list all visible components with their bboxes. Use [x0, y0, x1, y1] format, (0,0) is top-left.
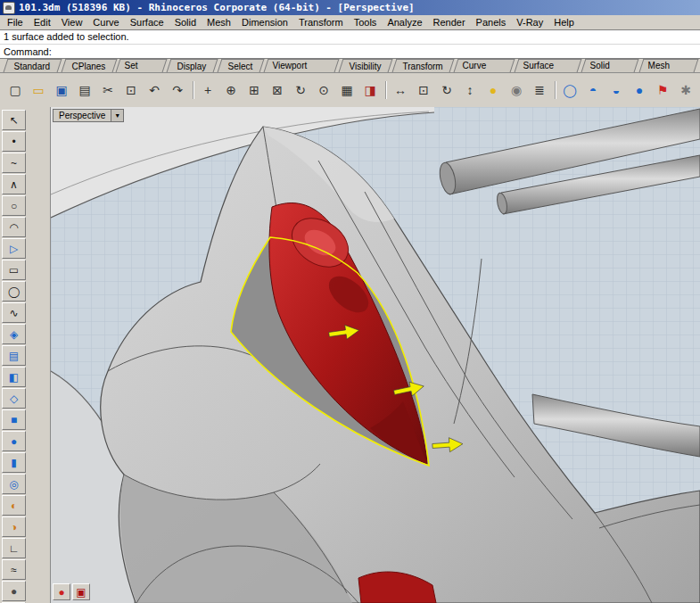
tab-visibility[interactable]: Visibility: [339, 59, 393, 72]
command-input[interactable]: [55, 45, 700, 57]
menu-view[interactable]: View: [56, 16, 88, 29]
save-file-button[interactable]: ▣: [50, 78, 73, 102]
tab-display[interactable]: Display: [167, 59, 218, 72]
app-icon[interactable]: [3, 2, 15, 14]
tab-surface-tools[interactable]: Surface Tools: [515, 59, 582, 72]
ellipse-button[interactable]: ◯: [2, 281, 26, 302]
menu-transform[interactable]: Transform: [293, 16, 349, 29]
menu-file[interactable]: File: [2, 16, 29, 29]
tab-standard[interactable]: Standard: [4, 59, 62, 72]
menu-solid[interactable]: Solid: [169, 16, 202, 29]
boolean-difference-button[interactable]: ◑: [2, 516, 26, 537]
toolbar-separator-2-button[interactable]: [382, 79, 389, 101]
tab-standard-label: Standard: [14, 61, 51, 73]
tube-solid-button[interactable]: ◎: [2, 474, 26, 494]
shaded-sphere-button[interactable]: ●: [2, 581, 26, 601]
pan-view-button[interactable]: +: [196, 78, 219, 102]
menu-panels[interactable]: Panels: [471, 16, 512, 29]
tab-viewport-layout[interactable]: Viewport Layout: [264, 59, 340, 72]
toolbar-separator-1-button[interactable]: [189, 79, 196, 101]
copy-clipboard-button[interactable]: ⊡: [119, 78, 143, 102]
menu-edit[interactable]: Edit: [29, 16, 56, 29]
tab-transform-label: Transform: [403, 61, 443, 73]
menu-help[interactable]: Help: [548, 16, 580, 29]
vray-icon-1-button[interactable]: ●: [53, 583, 70, 600]
tab-solid-tools[interactable]: Solid Tools: [581, 59, 639, 72]
title-bar[interactable]: 101.3dm (518396 KB) - Rhinoceros Corpora…: [0, 0, 700, 15]
vray-icon-2-button[interactable]: ▣: [72, 583, 90, 600]
render-circle-3-button[interactable]: ◒: [605, 78, 628, 102]
fillet-edge-button[interactable]: ∟: [2, 538, 26, 558]
boolean-union-button[interactable]: ◐: [2, 495, 26, 516]
viewport-layout-button[interactable]: ▦: [335, 78, 358, 102]
extrude-surface-button[interactable]: ◧: [2, 367, 26, 387]
new-file-icon: ▢: [9, 84, 21, 96]
menu-tools[interactable]: Tools: [349, 16, 383, 29]
perspective-viewport[interactable]: Perspective ▼: [51, 107, 700, 603]
freeform-curve-button[interactable]: ∿: [2, 302, 26, 323]
cone-button[interactable]: ▷: [2, 238, 26, 259]
tab-cplanes[interactable]: CPlanes: [61, 59, 117, 72]
zoom-window-icon: ⊞: [249, 84, 259, 96]
tab-set-view[interactable]: Set View: [116, 59, 168, 72]
menu-render[interactable]: Render: [428, 16, 471, 29]
rotate-view-button[interactable]: ↻: [289, 78, 312, 102]
menu-analyze[interactable]: Analyze: [382, 16, 427, 29]
cut-button[interactable]: ✂: [96, 78, 119, 102]
lamp-button[interactable]: ●: [482, 78, 505, 102]
zoom-window-button[interactable]: ⊞: [243, 78, 266, 102]
blend-surface-button[interactable]: ≈: [2, 559, 26, 580]
cylinder-solid-button[interactable]: ▮: [2, 452, 26, 473]
sweep-surface-button[interactable]: ◇: [2, 388, 26, 409]
scale-object-button[interactable]: ↕: [458, 78, 482, 102]
viewport-canvas[interactable]: [51, 107, 700, 603]
viewport-menu-dropdown-icon[interactable]: ▼: [111, 110, 123, 121]
settings-button[interactable]: ✱: [674, 78, 697, 102]
circle-button[interactable]: ○: [2, 195, 26, 216]
render-circle-2-button[interactable]: ◓: [581, 78, 605, 102]
sphere-solid-button[interactable]: ●: [2, 431, 26, 451]
menu-v-ray[interactable]: V-Ray: [511, 16, 548, 29]
menu-mesh[interactable]: Mesh: [202, 16, 236, 29]
print-button[interactable]: ▤: [73, 78, 96, 102]
toolbar-separator-3-button[interactable]: [551, 79, 558, 101]
loft-surface-button[interactable]: ▤: [2, 345, 26, 366]
arc-button[interactable]: ◠: [2, 217, 26, 237]
zoom-selected-button[interactable]: ⊙: [312, 78, 335, 102]
tab-select[interactable]: Select: [218, 59, 265, 72]
layers-button[interactable]: ≣: [528, 78, 551, 102]
new-file-button[interactable]: ▢: [4, 78, 27, 102]
tab-transform[interactable]: Transform: [392, 59, 455, 72]
tab-mesh-tools[interactable]: Mesh Tools: [638, 59, 698, 72]
box-solid-button[interactable]: ■: [2, 409, 26, 430]
viewport-title[interactable]: Perspective ▼: [53, 109, 124, 122]
rectangle-button[interactable]: ▭: [2, 260, 26, 280]
zoom-dynamic-icon: ⊕: [226, 84, 236, 96]
zoom-extents-button[interactable]: ⊠: [266, 78, 289, 102]
zoom-dynamic-button[interactable]: ⊕: [219, 78, 243, 102]
render-sphere-button[interactable]: ●: [628, 78, 651, 102]
surface-from-curves-button[interactable]: ◈: [2, 324, 26, 344]
redo-button[interactable]: ↷: [166, 78, 189, 102]
point-button[interactable]: •: [2, 131, 26, 152]
render-circle-1-button[interactable]: ◯: [558, 78, 581, 102]
rotate-view-icon: ↻: [295, 84, 306, 96]
command-prompt-label: Command:: [4, 46, 52, 57]
print-icon: ▤: [78, 84, 90, 96]
polyline-button[interactable]: ∧: [2, 174, 26, 194]
flag-button[interactable]: ⚑: [651, 78, 674, 102]
open-file-button[interactable]: ▭: [27, 78, 50, 102]
select-button[interactable]: ↖: [2, 110, 26, 130]
menu-dimension[interactable]: Dimension: [236, 16, 293, 29]
tab-curve-tools[interactable]: Curve Tools: [454, 59, 515, 72]
rotate-object-button[interactable]: ↻: [435, 78, 458, 102]
lock-button[interactable]: ◉: [505, 78, 528, 102]
control-point-curve-button[interactable]: ~: [2, 153, 26, 173]
copy-clipboard-icon: ⊡: [126, 84, 136, 96]
move-button[interactable]: ↔: [389, 78, 412, 102]
undo-button[interactable]: ↶: [143, 78, 166, 102]
shaded-viewport-button[interactable]: ◨: [358, 78, 382, 102]
copy-object-button[interactable]: ⊡: [412, 78, 435, 102]
menu-surface[interactable]: Surface: [125, 16, 169, 29]
menu-curve[interactable]: Curve: [87, 16, 124, 29]
